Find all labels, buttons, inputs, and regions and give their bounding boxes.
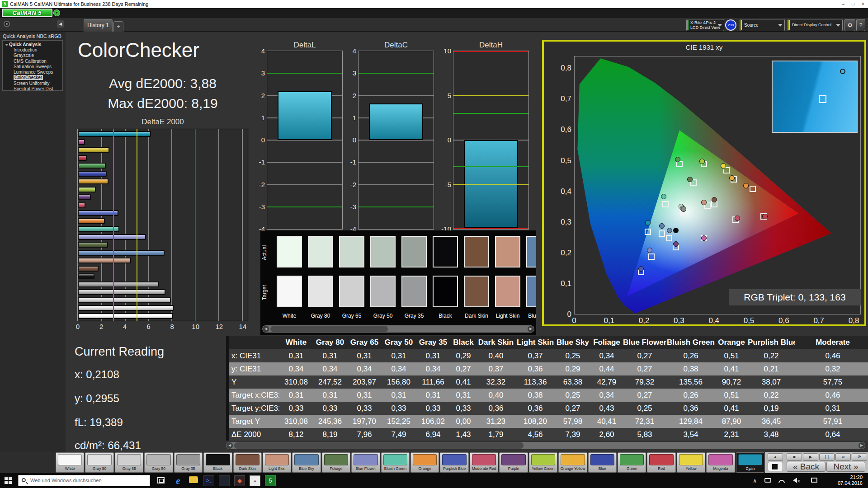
logo-dropdown-icon[interactable]: ▼: [53, 9, 60, 16]
maximize-button[interactable]: □: [848, 0, 858, 8]
bar-cyan: [78, 131, 151, 137]
scroll-right-icon[interactable]: ▶: [528, 326, 534, 332]
console-app-icon[interactable]: >_: [203, 475, 214, 486]
sidebar-item-colorchecker[interactable]: ColorChecker: [3, 75, 62, 80]
display-control-dropdown[interactable]: Direct Display Control: [788, 19, 843, 31]
table-cell: 79,32: [623, 375, 666, 389]
meter-dropdown[interactable]: X-Rite i1Pro 2 LCD Direct View: [686, 19, 724, 31]
scroll-left-icon[interactable]: ◀: [226, 442, 233, 449]
sidebar-item-screen-uniformity[interactable]: Screen Uniformity: [3, 81, 62, 86]
scroll-right-icon[interactable]: ▶: [859, 442, 865, 449]
patch-gray-50[interactable]: Gray 50: [144, 452, 173, 473]
patch-moderate-red[interactable]: Moderate Red: [470, 452, 498, 473]
swatch-name: Gray 50: [367, 313, 399, 319]
stop-patch-button[interactable]: [768, 462, 783, 471]
patch-yellow-green[interactable]: Yellow Green: [529, 452, 557, 473]
patch-yellow[interactable]: Yellow: [677, 452, 705, 473]
next-button[interactable]: Next »: [826, 462, 865, 472]
transport-button-3[interactable]: ∞: [835, 453, 851, 461]
table-row: Target y:CIE310,330,330,330,330,330,330,…: [229, 402, 868, 415]
app-icon-orange[interactable]: ◆: [234, 475, 245, 486]
column-header-foliage: Foliage: [590, 336, 623, 349]
patch-purplish-blue[interactable]: Purplish Blue: [440, 452, 468, 473]
patch-gray-80[interactable]: Gray 80: [85, 452, 113, 473]
tree-root-quick-analysis[interactable]: Quick Analysis: [3, 41, 62, 47]
column-header-gray-80: Gray 80: [313, 336, 347, 349]
tray-expand-icon[interactable]: ∧: [753, 478, 757, 484]
patch-label: Blue Flower: [352, 466, 379, 471]
tab-history-1[interactable]: History 1: [84, 19, 113, 32]
app-icon-dark[interactable]: [219, 475, 230, 486]
patch-foliage[interactable]: Foliage: [322, 452, 350, 473]
patch-blue[interactable]: Blue: [588, 452, 617, 473]
source-dropdown[interactable]: Source: [740, 19, 785, 31]
patch-gray-65[interactable]: Gray 65: [115, 452, 143, 473]
transport-button-2[interactable]: [·]: [819, 453, 835, 461]
scrollbar-thumb[interactable]: [234, 442, 524, 449]
record-toggle-icon[interactable]: [4, 21, 10, 27]
close-button[interactable]: ×: [858, 0, 868, 8]
patch-bluish-green[interactable]: Bluish Green: [381, 452, 410, 473]
scroll-left-icon[interactable]: ◀: [263, 326, 269, 332]
table-header-row: WhiteGray 80Gray 65Gray 50Gray 35BlackDa…: [229, 336, 868, 349]
patch-black[interactable]: Black: [203, 452, 232, 473]
swatch-name: Blue Sky: [523, 313, 536, 319]
sidebar-item-spectral-power-dist-[interactable]: Spectral Power Dist.: [3, 86, 62, 91]
patch-purple[interactable]: Purple: [499, 452, 528, 473]
device-icon[interactable]: [764, 478, 771, 484]
transport-button-0[interactable]: ■: [787, 453, 802, 461]
back-button[interactable]: « Back: [787, 462, 826, 472]
patch-green[interactable]: Green: [618, 452, 646, 473]
patch-blue-flower[interactable]: Blue Flower: [351, 452, 380, 473]
sidebar-item-grayscale[interactable]: Grayscale: [3, 53, 62, 58]
task-view-icon[interactable]: [157, 477, 165, 483]
volume-muted-icon[interactable]: ×: [793, 478, 800, 484]
patch-gray-35[interactable]: Gray 35: [174, 452, 203, 473]
tab-add-button[interactable]: +: [113, 21, 123, 32]
notes-app-icon[interactable]: ≡: [250, 475, 260, 486]
sidebar-item-introduction[interactable]: Introduction: [3, 47, 62, 53]
patch-light-skin[interactable]: Light Skin: [263, 452, 291, 473]
spectracal-app-icon[interactable]: 5: [265, 475, 276, 486]
patch-label: Green: [618, 466, 646, 471]
settings-button[interactable]: ⚙: [844, 19, 855, 31]
sidebar-item-cms-calibration[interactable]: CMS Calibration: [3, 59, 62, 64]
workflow-title: Quick Analysis NBC sRGB: [3, 33, 61, 39]
reference-line: [453, 95, 528, 96]
patch-dark-skin[interactable]: Dark Skin: [233, 452, 262, 473]
collapse-up-button[interactable]: ▲: [768, 453, 783, 461]
calman-logo[interactable]: CalMAN 5: [2, 9, 52, 17]
table-cell: 0,36: [476, 402, 515, 415]
patch-cyan[interactable]: Cyan: [736, 452, 764, 473]
patch-magenta[interactable]: Magenta: [706, 452, 735, 473]
meter-badge[interactable]: 230: [725, 19, 736, 31]
wifi-icon[interactable]: [778, 478, 785, 484]
scrollbar-thumb[interactable]: [270, 326, 388, 332]
patch-orange-yellow[interactable]: Orange Yellow: [558, 452, 587, 473]
help-button[interactable]: ?: [856, 19, 865, 31]
patch-blue-sky[interactable]: Blue Sky: [292, 452, 321, 473]
taskbar-clock[interactable]: 21:20 07.04.2016: [838, 474, 863, 486]
target-swatch-black: [433, 276, 458, 307]
table-scrollbar[interactable]: ◀ ▶: [226, 442, 865, 449]
action-center-icon[interactable]: [811, 478, 817, 484]
actual-swatch-black: [433, 236, 458, 267]
file-explorer-icon[interactable]: [188, 475, 199, 486]
taskbar-search-input[interactable]: Web und Windows durchsuchen: [18, 475, 150, 486]
sidebar-item-saturation-sweeps[interactable]: Saturation Sweeps: [3, 64, 62, 70]
patch-red[interactable]: Red: [647, 452, 675, 473]
minimize-button[interactable]: –: [838, 0, 848, 8]
patch-orange[interactable]: Orange: [410, 452, 439, 473]
sidebar-item-luminance-sweeps[interactable]: Luminance Sweeps: [3, 70, 62, 75]
edge-browser-icon[interactable]: e: [173, 475, 184, 486]
table-cell: 0,33: [279, 402, 313, 415]
start-button[interactable]: [5, 477, 12, 484]
patch-color: [708, 454, 732, 465]
transport-button-4[interactable]: ⟳: [852, 453, 867, 461]
sidebar-collapse-button[interactable]: ◀: [57, 20, 64, 28]
patch-white[interactable]: White: [56, 452, 84, 473]
swatch-scrollbar[interactable]: ◀▶: [262, 325, 534, 333]
transport-button-1[interactable]: ▶: [803, 453, 818, 461]
actual-swatch-gray-35: [401, 236, 427, 267]
table-cell: 0,43: [590, 402, 623, 415]
